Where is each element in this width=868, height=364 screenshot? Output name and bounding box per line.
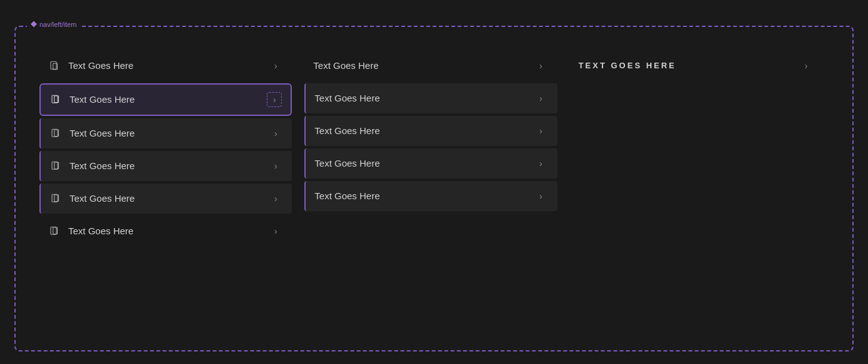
chevron-right-icon: › (274, 194, 277, 204)
nav-item[interactable]: Text Goes Here › (39, 118, 292, 148)
page-icon (49, 127, 62, 140)
chevron-right-icon: › (539, 61, 542, 71)
svg-rect-8 (52, 194, 58, 202)
chevron-wrapper: › (534, 189, 549, 204)
chevron-right-icon: › (274, 128, 277, 138)
nav-item[interactable]: Text Goes Here › (304, 116, 557, 146)
nav-item-label: Text Goes Here (314, 190, 525, 201)
chevron-right-icon: › (539, 93, 542, 103)
chevron-wrapper: › (534, 123, 549, 138)
nav-item[interactable]: Text Goes Here › (304, 51, 557, 81)
chevron-wrapper: › (534, 91, 549, 106)
column-1: Text Goes Here › Text Goes Here › (39, 51, 298, 249)
chevron-right-icon: › (539, 159, 542, 169)
nav-item-label: Text Goes Here (70, 128, 261, 138)
chevron-right-icon: › (539, 191, 542, 201)
nav-item-label: Text Goes Here (70, 94, 259, 105)
nav-item-label: Text Goes Here (68, 226, 261, 236)
columns-container: Text Goes Here › Text Goes Here › (27, 32, 841, 261)
nav-item[interactable]: Text Goes Here › (304, 148, 557, 179)
breadcrumb: nav/left/item (27, 21, 80, 28)
breadcrumb-icon (31, 21, 37, 28)
nav-item[interactable]: Text Goes Here › (39, 51, 292, 81)
nav-item-label: Text Goes Here (314, 125, 525, 136)
column-2: Text Goes Here › Text Goes Here › Text G… (298, 51, 563, 249)
svg-rect-6 (52, 162, 58, 169)
nav-item-selected[interactable]: Text Goes Here › (39, 83, 292, 116)
page-icon (49, 192, 62, 205)
svg-rect-2 (52, 95, 58, 103)
nav-item-label: Text Goes Here (314, 93, 525, 103)
chevron-right-icon: › (274, 61, 277, 71)
nav-item[interactable]: Text Goes Here › (304, 181, 557, 211)
nav-item[interactable]: Text Goes Here › (39, 216, 292, 246)
chevron-right-icon: › (805, 61, 808, 71)
chevron-wrapper: › (534, 58, 549, 73)
svg-rect-0 (51, 61, 56, 69)
chevron-right-icon: › (539, 126, 542, 136)
page-icon (49, 93, 62, 106)
nav-item[interactable]: Text Goes Here › (39, 151, 292, 181)
column-header[interactable]: Text Goes Here › (570, 51, 822, 81)
svg-rect-4 (52, 129, 58, 137)
chevron-wrapper: › (268, 58, 283, 73)
nav-item-label: Text Goes Here (70, 193, 261, 204)
nav-item-label: Text Goes Here (70, 160, 261, 171)
svg-rect-10 (51, 227, 56, 234)
chevron-right-icon: › (274, 161, 277, 171)
column-3: Text Goes Here › (564, 51, 829, 249)
column-header-label: Text Goes Here (579, 61, 798, 70)
chevron-wrapper: › (268, 159, 283, 174)
chevron-wrapper: › (268, 191, 283, 206)
chevron-right-icon: › (273, 95, 276, 105)
page-icon (49, 160, 62, 172)
nav-item-label: Text Goes Here (68, 60, 261, 71)
chevron-wrapper: › (534, 156, 549, 171)
chevron-wrapper: › (268, 126, 283, 141)
page-icon (48, 60, 61, 72)
nav-item[interactable]: Text Goes Here › (304, 83, 557, 113)
nav-item-label: Text Goes Here (314, 158, 525, 169)
nav-panel: nav/left/item Text Goes Here › (14, 13, 854, 351)
chevron-wrapper-selected: › (267, 92, 282, 107)
chevron-wrapper: › (268, 224, 283, 239)
nav-item[interactable]: Text Goes Here › (39, 184, 292, 214)
chevron-wrapper: › (798, 58, 814, 73)
page-icon (48, 225, 61, 237)
nav-item-label: Text Goes Here (313, 60, 525, 71)
chevron-right-icon: › (274, 226, 277, 236)
